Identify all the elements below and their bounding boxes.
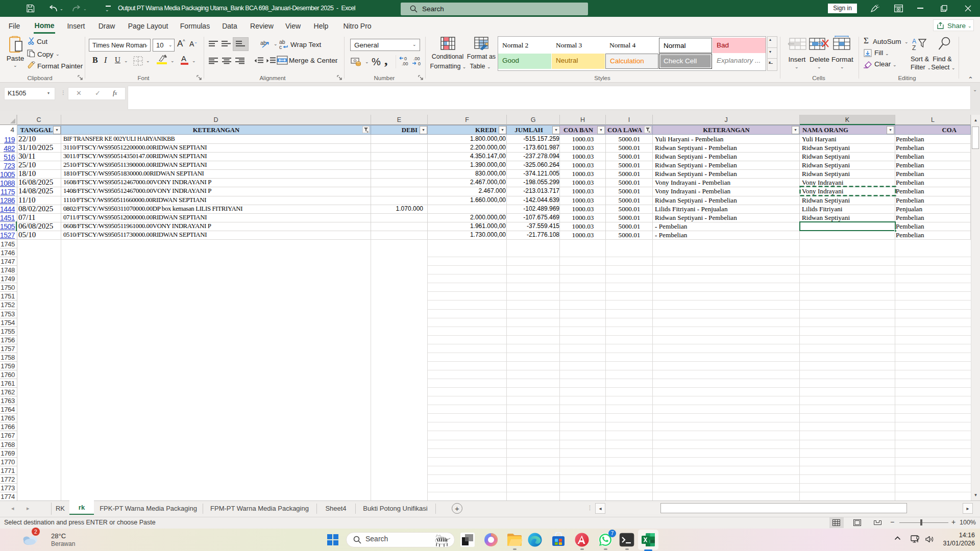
- svg-text:Z: Z: [912, 44, 916, 51]
- svg-text:0: 0: [418, 61, 421, 66]
- svg-text:.00: .00: [413, 56, 420, 61]
- svg-text:c: c: [279, 44, 282, 49]
- svg-text:0: 0: [404, 56, 407, 61]
- svg-text:.00: .00: [402, 61, 408, 66]
- svg-text:A: A: [912, 38, 916, 45]
